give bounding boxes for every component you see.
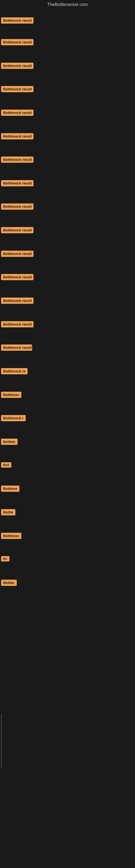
result-row-7: Bottleneck result [1,156,34,164]
result-row-19: Bottlen [1,439,17,446]
result-row-6: Bottleneck result [1,133,34,141]
site-title: TheBottlenecker.com [0,0,135,9]
result-row-25: Bottler [1,580,17,587]
bottleneck-badge-2[interactable]: Bottleneck result [1,39,34,45]
bottleneck-badge-22[interactable]: Bottle [1,509,15,516]
bottleneck-badge-18[interactable]: Bottleneck r [1,415,26,421]
bottleneck-badge-7[interactable]: Bottleneck result [1,156,34,163]
bottleneck-badge-9[interactable]: Bottleneck result [1,204,34,210]
bottleneck-badge-14[interactable]: Bottleneck result [1,321,34,328]
bottleneck-badge-1[interactable]: Bottleneck result [1,18,34,24]
bottleneck-badge-13[interactable]: Bottleneck result [1,298,34,304]
result-row-8: Bottleneck result [1,180,34,187]
result-row-11: Bottleneck result [1,251,34,258]
bottleneck-badge-25[interactable]: Bottler [1,580,17,586]
bottleneck-badge-5[interactable]: Bottleneck result [1,110,34,116]
bottleneck-badge-10[interactable]: Bottleneck result [1,227,34,233]
result-row-12: Bottleneck result [1,274,34,281]
result-row-5: Bottleneck result [1,110,34,117]
result-row-23: Bottlenec [1,533,21,540]
bottleneck-badge-6[interactable]: Bottleneck result [1,133,34,140]
bottleneck-badge-15[interactable]: Bottleneck result [1,344,32,351]
bottleneck-badge-21[interactable]: Bottlene [1,486,19,492]
bottleneck-badge-23[interactable]: Bottlenec [1,533,21,539]
bottleneck-badge-20[interactable]: Bott [1,462,11,468]
result-row-3: Bottleneck result [1,63,34,70]
bottleneck-badge-8[interactable]: Bottleneck result [1,180,34,186]
result-row-14: Bottleneck result [1,321,34,329]
result-row-13: Bottleneck result [1,298,34,305]
result-row-17: Bottlenec [1,392,21,399]
bottleneck-badge-19[interactable]: Bottlen [1,439,17,445]
result-row-2: Bottleneck result [1,39,34,46]
result-row-16: Bottleneck re [1,368,28,375]
vertical-line [1,714,2,769]
bottleneck-badge-16[interactable]: Bottleneck re [1,368,28,374]
bottleneck-badge-24[interactable]: Bo [1,556,9,561]
result-row-10: Bottleneck result [1,227,34,235]
result-row-15: Bottleneck result [1,344,32,352]
result-row-22: Bottle [1,509,15,517]
bottleneck-badge-17[interactable]: Bottlenec [1,392,21,398]
result-row-9: Bottleneck result [1,204,34,211]
result-row-24: Bo [1,556,9,563]
result-row-20: Bott [1,462,11,469]
bottleneck-badge-11[interactable]: Bottleneck result [1,251,34,257]
bottleneck-badge-4[interactable]: Bottleneck result [1,86,34,92]
result-row-1: Bottleneck result [1,18,34,25]
bottleneck-badge-12[interactable]: Bottleneck result [1,274,34,280]
result-row-18: Bottleneck r [1,415,26,422]
result-row-21: Bottlene [1,486,19,493]
bottleneck-badge-3[interactable]: Bottleneck result [1,63,34,69]
result-row-4: Bottleneck result [1,86,34,93]
